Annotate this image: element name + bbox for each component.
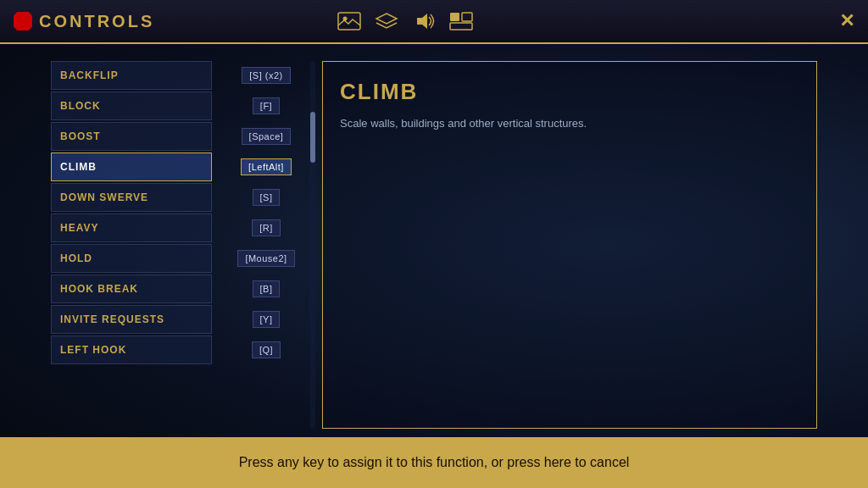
controls-list: BACKFLIPBLOCKBOOSTCLIMBDOWN SWERVEHEAVYH…: [51, 61, 212, 429]
keybind-item-7: [B]: [219, 274, 314, 303]
control-item-climb[interactable]: CLIMB: [51, 152, 212, 181]
photo-tab-icon[interactable]: [337, 12, 361, 30]
svg-rect-4: [450, 13, 459, 21]
control-item-boost[interactable]: BOOST: [51, 122, 212, 151]
close-button[interactable]: ✕: [839, 10, 854, 32]
keybind-badge-9[interactable]: [Q]: [252, 341, 281, 358]
keybind-item-0: [S] (x2): [219, 61, 314, 90]
keybind-item-1: [F]: [219, 92, 314, 120]
svg-rect-0: [338, 13, 360, 30]
controls-area: BACKFLIPBLOCKBOOSTCLIMBDOWN SWERVEHEAVYH…: [51, 61, 817, 429]
detail-description: Scale walls, buildings and other vertica…: [340, 115, 799, 132]
header-bar: CONTROLS: [0, 0, 868, 44]
control-item-hold[interactable]: HOLD: [51, 244, 212, 273]
keybinds-list: [S] (x2)[F][Space][LeftAlt][S][R][Mouse2…: [212, 61, 314, 429]
roblox-icon: [14, 12, 32, 30]
keybind-item-9: [Q]: [219, 336, 314, 364]
keybind-badge-3[interactable]: [LeftAlt]: [241, 158, 292, 175]
svg-rect-6: [450, 23, 472, 30]
keybind-badge-0[interactable]: [S] (x2): [242, 67, 290, 84]
keybind-item-3: [LeftAlt]: [219, 152, 314, 181]
svg-marker-3: [417, 14, 427, 29]
svg-rect-5: [462, 13, 472, 21]
keybind-badge-1[interactable]: [F]: [253, 97, 280, 114]
control-item-hook-break[interactable]: HOOK BREAK: [51, 274, 212, 303]
layers-tab-icon[interactable]: [375, 12, 398, 30]
control-item-backflip[interactable]: BACKFLIP: [51, 61, 212, 90]
window-title: CONTROLS: [14, 12, 154, 31]
keybind-item-5: [R]: [219, 214, 314, 242]
keybind-item-4: [S]: [219, 183, 314, 212]
control-item-heavy[interactable]: HEAVY: [51, 214, 212, 242]
keybind-item-8: [Y]: [219, 305, 314, 334]
keybind-badge-6[interactable]: [Mouse2]: [237, 250, 294, 267]
title-text: CONTROLS: [39, 12, 154, 31]
keybind-badge-2[interactable]: [Space]: [242, 128, 292, 145]
control-item-left-hook[interactable]: LEFT HOOK: [51, 336, 212, 364]
keybind-badge-5[interactable]: [R]: [252, 219, 281, 236]
header-icons: [337, 12, 473, 30]
scroll-thumb: [310, 112, 315, 163]
detail-panel: CLIMB Scale walls, buildings and other v…: [322, 61, 817, 429]
keybind-item-2: [Space]: [219, 122, 314, 151]
detail-title: CLIMB: [340, 79, 799, 105]
keybind-item-6: [Mouse2]: [219, 244, 314, 273]
audio-tab-icon[interactable]: [412, 12, 436, 30]
svg-marker-2: [376, 14, 397, 24]
main-content: BACKFLIPBLOCKBOOSTCLIMBDOWN SWERVEHEAVYH…: [0, 44, 868, 437]
control-item-invite-requests[interactable]: INVITE REQUESTS: [51, 305, 212, 334]
control-item-down-swerve[interactable]: DOWN SWERVE: [51, 183, 212, 212]
keybind-badge-7[interactable]: [B]: [253, 280, 281, 297]
layout-tab-icon[interactable]: [449, 12, 473, 30]
bottom-bar-text: Press any key to assign it to this funct…: [239, 455, 630, 470]
keybind-badge-8[interactable]: [Y]: [253, 311, 281, 328]
bottom-bar[interactable]: Press any key to assign it to this funct…: [0, 437, 868, 488]
control-item-block[interactable]: BLOCK: [51, 92, 212, 120]
scroll-divider: [310, 61, 315, 429]
keybind-badge-4[interactable]: [S]: [253, 189, 281, 206]
